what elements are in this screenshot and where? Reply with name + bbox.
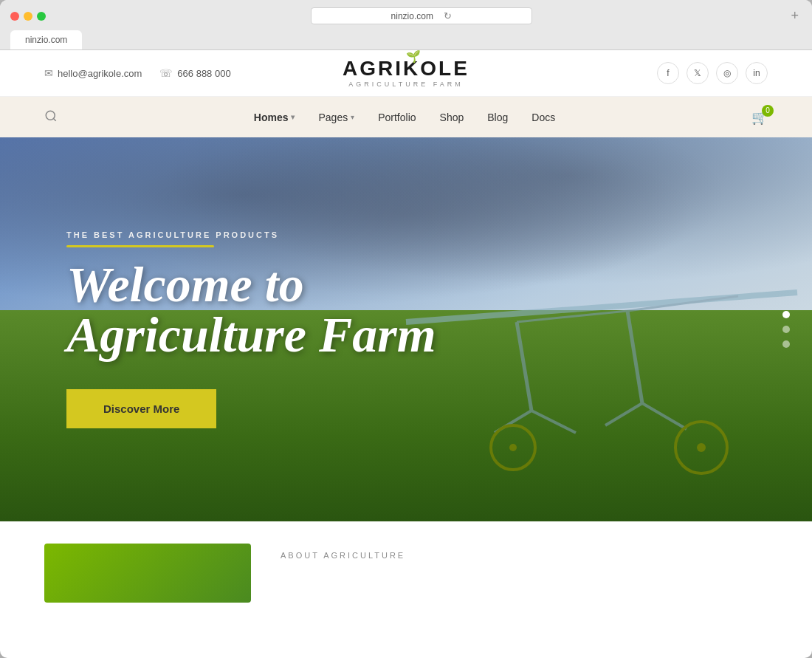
phone-contact: ☏ 666 888 000 bbox=[159, 67, 230, 79]
cart-badge: 0 bbox=[762, 105, 774, 117]
tab-label: ninzio.com bbox=[25, 35, 67, 45]
slider-dot-3[interactable] bbox=[782, 340, 790, 348]
nav-homes-label: Homes bbox=[254, 112, 289, 123]
nav-docs-label: Docs bbox=[531, 112, 555, 123]
browser-controls: ninzio.com ↻ + bbox=[10, 7, 802, 24]
logo-name: AGRIK🌱OLE bbox=[343, 58, 469, 79]
slider-dot-1[interactable] bbox=[782, 311, 790, 318]
chevron-down-icon: ▾ bbox=[291, 113, 295, 121]
about-section-label: About Agriculture bbox=[281, 551, 405, 560]
website-content: ✉ hello@agrikole.com ☏ 666 888 000 AGRIK… bbox=[0, 50, 812, 625]
close-button[interactable] bbox=[10, 12, 19, 21]
nav-shop[interactable]: Shop bbox=[440, 112, 464, 123]
about-image-thumbnail bbox=[44, 544, 251, 603]
browser-tab[interactable]: ninzio.com bbox=[10, 30, 82, 49]
nav-links: Homes ▾ Pages ▾ Portfolio Shop Blog Docs bbox=[254, 112, 555, 123]
nav-shop-label: Shop bbox=[440, 112, 464, 123]
svg-line-1 bbox=[53, 118, 55, 120]
logo[interactable]: AGRIK🌱OLE AGRICULTURE FARM bbox=[343, 58, 469, 88]
hero-title-line1: Welcome to bbox=[66, 256, 304, 312]
browser-window: ninzio.com ↻ + ninzio.com ✉ hello@agriko… bbox=[0, 0, 812, 658]
twitter-icon[interactable]: 𝕏 bbox=[687, 62, 709, 84]
nav-docs[interactable]: Docs bbox=[531, 112, 555, 123]
new-tab-button[interactable]: + bbox=[788, 8, 802, 24]
minimize-button[interactable] bbox=[24, 12, 32, 21]
search-icon[interactable] bbox=[44, 109, 58, 126]
nav-homes[interactable]: Homes ▾ bbox=[254, 112, 295, 123]
hero-section: The Best Agriculture Products Welcome to… bbox=[0, 137, 812, 521]
hero-title: Welcome to Agriculture Farm bbox=[66, 259, 509, 360]
nav-blog-label: Blog bbox=[487, 112, 508, 123]
logo-subtitle: AGRICULTURE FARM bbox=[343, 80, 469, 88]
tagline-underline bbox=[66, 245, 214, 247]
nav-bar: Homes ▾ Pages ▾ Portfolio Shop Blog Docs bbox=[0, 97, 812, 137]
email-icon: ✉ bbox=[44, 67, 53, 79]
reload-icon[interactable]: ↻ bbox=[444, 10, 452, 21]
traffic-lights bbox=[10, 12, 46, 21]
nav-pages[interactable]: Pages ▾ bbox=[318, 112, 354, 123]
bottom-section: About Agriculture bbox=[0, 521, 812, 625]
linkedin-icon[interactable]: in bbox=[746, 62, 768, 84]
phone-icon: ☏ bbox=[159, 67, 173, 79]
phone-text: 666 888 000 bbox=[177, 68, 230, 79]
maximize-button[interactable] bbox=[37, 12, 46, 21]
contact-info: ✉ hello@agrikole.com ☏ 666 888 000 bbox=[44, 67, 231, 79]
cart-icon[interactable]: 🛒 0 bbox=[751, 109, 768, 126]
about-label-area: About Agriculture bbox=[281, 544, 405, 560]
hero-title-line2: Agriculture Farm bbox=[66, 306, 436, 363]
email-contact: ✉ hello@agrikole.com bbox=[44, 67, 142, 79]
chevron-down-icon: ▾ bbox=[351, 113, 354, 121]
address-bar: ninzio.com ↻ bbox=[55, 7, 788, 24]
email-text: hello@agrikole.com bbox=[58, 68, 142, 79]
social-icons: f 𝕏 ◎ in bbox=[657, 62, 768, 84]
slider-dots bbox=[782, 311, 790, 348]
nav-portfolio[interactable]: Portfolio bbox=[378, 112, 416, 123]
slider-dot-2[interactable] bbox=[782, 326, 790, 333]
url-text: ninzio.com bbox=[391, 11, 433, 21]
nav-blog[interactable]: Blog bbox=[487, 112, 508, 123]
discover-more-button[interactable]: Discover More bbox=[66, 389, 216, 428]
svg-point-0 bbox=[46, 111, 55, 120]
instagram-icon[interactable]: ◎ bbox=[716, 62, 738, 84]
hero-tagline: The Best Agriculture Products bbox=[66, 230, 746, 239]
url-bar[interactable]: ninzio.com ↻ bbox=[311, 7, 532, 24]
top-bar: ✉ hello@agrikole.com ☏ 666 888 000 AGRIK… bbox=[0, 50, 812, 97]
nav-pages-label: Pages bbox=[318, 112, 348, 123]
browser-chrome: ninzio.com ↻ + ninzio.com bbox=[0, 0, 812, 50]
hero-content: The Best Agriculture Products Welcome to… bbox=[0, 137, 812, 521]
facebook-icon[interactable]: f bbox=[657, 62, 679, 84]
nav-portfolio-label: Portfolio bbox=[378, 112, 416, 123]
